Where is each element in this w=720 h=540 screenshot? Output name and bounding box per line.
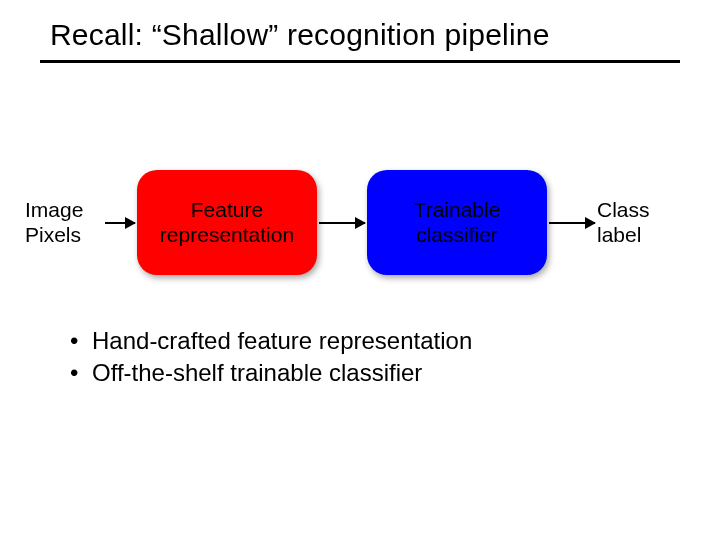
slide-title: Recall: “Shallow” recognition pipeline <box>50 18 550 52</box>
list-item: • Hand-crafted feature representation <box>70 325 472 357</box>
pipeline-stage1-label: Featurerepresentation <box>160 198 294 246</box>
pipeline-stage-trainable-classifier: Trainableclassifier <box>367 170 547 275</box>
bullet-icon: • <box>70 357 92 389</box>
list-item: • Off-the-shelf trainable classifier <box>70 357 472 389</box>
bullet-icon: • <box>70 325 92 357</box>
pipeline-diagram: ImagePixels Featurerepresentation Traina… <box>25 165 705 280</box>
bullet-list: • Hand-crafted feature representation • … <box>70 325 472 390</box>
arrow-icon <box>319 222 365 224</box>
pipeline-stage-feature-representation: Featurerepresentation <box>137 170 317 275</box>
arrow-icon <box>105 222 135 224</box>
pipeline-input-label: ImagePixels <box>25 198 103 246</box>
arrow-icon <box>549 222 595 224</box>
pipeline-stage2-label: Trainableclassifier <box>414 198 501 246</box>
slide: Recall: “Shallow” recognition pipeline I… <box>0 0 720 540</box>
title-underline <box>40 60 680 63</box>
bullet-text: Off-the-shelf trainable classifier <box>92 357 422 389</box>
pipeline-output-label: Classlabel <box>597 198 667 246</box>
bullet-text: Hand-crafted feature representation <box>92 325 472 357</box>
